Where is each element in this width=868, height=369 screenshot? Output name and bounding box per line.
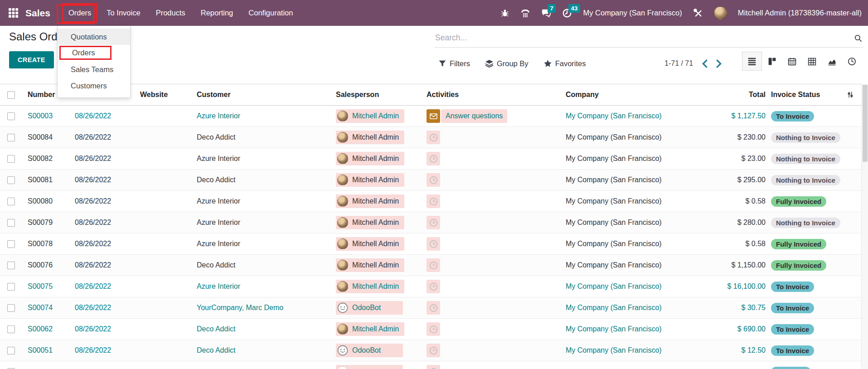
- row-checkbox[interactable]: [7, 219, 15, 227]
- menu-configuration[interactable]: Configuration: [242, 3, 299, 23]
- column-header-company[interactable]: Company: [562, 84, 707, 105]
- view-graph-button[interactable]: [822, 52, 842, 71]
- scrollbar-thumb[interactable]: [863, 85, 868, 162]
- clock-activity-icon[interactable]: [427, 365, 440, 369]
- table-row[interactable]: S0007508/26/2022Azure InteriorMitchell A…: [0, 276, 861, 297]
- row-checkbox[interactable]: [7, 325, 15, 333]
- dropdown-item-quotations[interactable]: Quotations: [58, 29, 130, 45]
- apps-grid-icon[interactable]: [7, 7, 19, 19]
- clock-activity-icon[interactable]: [427, 344, 440, 357]
- cell-number: S00082: [22, 148, 68, 169]
- app-name[interactable]: Sales: [25, 8, 50, 19]
- column-header-customer[interactable]: Customer: [190, 84, 331, 105]
- clock-activity-icon[interactable]: [427, 301, 440, 315]
- clock-activity-icon[interactable]: [427, 216, 440, 229]
- table-row[interactable]: S0007908/26/2022Azure InteriorMitchell A…: [0, 212, 861, 233]
- optional-columns-icon[interactable]: [847, 91, 854, 100]
- view-list-button[interactable]: [742, 52, 762, 71]
- bug-icon[interactable]: [500, 9, 509, 18]
- table-row[interactable]: S0000308/26/2022Azure InteriorMitchell A…: [0, 106, 861, 127]
- filters-button[interactable]: Filters: [439, 59, 470, 68]
- dropdown-item-orders[interactable]: Orders: [59, 46, 112, 60]
- select-all-checkbox[interactable]: [7, 91, 15, 99]
- table-row[interactable]: S0005108/26/2022Deco AddictOdooBotMy Com…: [0, 340, 861, 361]
- row-checkbox[interactable]: [7, 240, 15, 248]
- cell-customer: Azure Interior: [190, 233, 331, 254]
- salesperson-tag[interactable]: Mitchell Admin: [336, 109, 404, 123]
- clock-activity-icon[interactable]: [427, 194, 440, 208]
- activity-label[interactable]: Answer questions: [441, 109, 507, 123]
- menu-reporting[interactable]: Reporting: [194, 3, 240, 23]
- salesperson-tag[interactable]: Mitchell Admin: [336, 322, 404, 336]
- mail-activity-icon[interactable]: [427, 109, 440, 123]
- table-row[interactable]: S0007408/26/2022YourCompany, Marc DemoOd…: [0, 297, 861, 319]
- clock-activity-icon[interactable]: [427, 152, 440, 165]
- clock-activity-icon[interactable]: [427, 258, 440, 272]
- salesperson-tag[interactable]: Mitchell Admin: [336, 237, 404, 251]
- cell-total: $ 0.58: [707, 191, 768, 212]
- row-checkbox[interactable]: [7, 112, 15, 120]
- column-header-website[interactable]: Website: [134, 84, 190, 105]
- table-row[interactable]: S0008008/26/2022Azure InteriorMitchell A…: [0, 191, 861, 212]
- clock-activity-icon[interactable]: [427, 173, 440, 187]
- column-header-activities[interactable]: Activities: [422, 84, 562, 105]
- dropdown-item-sales-teams[interactable]: Sales Teams: [58, 61, 130, 78]
- chat-bubbles-icon[interactable]: 7: [541, 8, 551, 18]
- view-activity-button[interactable]: [842, 52, 862, 71]
- salesperson-tag[interactable]: OdooBot: [336, 344, 403, 357]
- menu-products[interactable]: Products: [150, 3, 192, 23]
- menu-to-invoice[interactable]: To Invoice: [100, 3, 146, 23]
- salesperson-tag[interactable]: Mitchell Admin: [336, 131, 404, 144]
- view-pivot-button[interactable]: [802, 52, 822, 71]
- user-avatar[interactable]: [714, 6, 727, 19]
- column-header-total[interactable]: Total: [707, 84, 768, 105]
- create-button[interactable]: CREATE: [9, 51, 54, 68]
- clock-activity-icon[interactable]: [427, 322, 440, 336]
- scrollbar-track[interactable]: [861, 84, 868, 369]
- view-calendar-button[interactable]: [782, 52, 802, 71]
- salesperson-tag[interactable]: Mitchell Admin: [336, 194, 404, 208]
- softphone-icon[interactable]: [520, 8, 530, 18]
- clock-activity-icon[interactable]: [427, 131, 440, 144]
- user-menu[interactable]: Mitchell Admin (18738396-master-all): [738, 9, 862, 17]
- developer-tools-icon[interactable]: [693, 8, 703, 18]
- view-kanban-button[interactable]: [762, 52, 782, 71]
- search-input[interactable]: [434, 29, 863, 47]
- company-switcher[interactable]: My Company (San Francisco): [583, 9, 682, 17]
- activity-clock-icon[interactable]: 43: [562, 8, 572, 18]
- pager-previous-button[interactable]: [702, 59, 708, 68]
- pager-next-button[interactable]: [716, 59, 722, 68]
- salesperson-tag[interactable]: [336, 365, 403, 369]
- group-by-button[interactable]: Group By: [485, 59, 529, 68]
- menu-orders[interactable]: Orders: [62, 3, 97, 23]
- row-checkbox[interactable]: [7, 198, 15, 205]
- dropdown-item-customers[interactable]: Customers: [58, 78, 130, 94]
- column-header-salesperson[interactable]: Salesperson: [331, 84, 422, 105]
- table-row[interactable]: S0007808/26/2022Azure InteriorMitchell A…: [0, 233, 861, 255]
- table-row[interactable]: S0008208/26/2022Azure InteriorMitchell A…: [0, 148, 861, 170]
- row-checkbox[interactable]: [7, 347, 15, 354]
- row-checkbox[interactable]: [7, 262, 15, 269]
- row-checkbox[interactable]: [7, 134, 15, 141]
- salesperson-tag[interactable]: Mitchell Admin: [336, 173, 404, 187]
- salesperson-tag[interactable]: Mitchell Admin: [336, 280, 404, 293]
- clock-activity-icon[interactable]: [427, 280, 440, 293]
- row-checkbox[interactable]: [7, 283, 15, 291]
- row-checkbox[interactable]: [7, 304, 15, 312]
- table-row[interactable]: S0006208/26/2022Deco AddictMitchell Admi…: [0, 319, 861, 340]
- search-icon[interactable]: [854, 34, 863, 44]
- salesperson-tag[interactable]: Mitchell Admin: [336, 216, 404, 229]
- table-row[interactable]: S0008108/26/2022Deco AddictMitchell Admi…: [0, 170, 861, 191]
- salesperson-avatar: [337, 281, 348, 292]
- table-row-partial[interactable]: [0, 361, 861, 369]
- row-checkbox[interactable]: [7, 176, 15, 184]
- table-row[interactable]: S0008408/26/2022Deco AddictMitchell Admi…: [0, 127, 861, 148]
- clock-activity-icon[interactable]: [427, 237, 440, 251]
- table-row[interactable]: S0007608/26/2022Deco AddictMitchell Admi…: [0, 255, 861, 276]
- salesperson-tag[interactable]: Mitchell Admin: [336, 258, 404, 272]
- favorites-button[interactable]: Favorites: [544, 59, 586, 68]
- cell-activities: [422, 191, 562, 212]
- salesperson-tag[interactable]: Mitchell Admin: [336, 152, 404, 165]
- row-checkbox[interactable]: [7, 155, 15, 163]
- salesperson-tag[interactable]: OdooBot: [336, 301, 403, 315]
